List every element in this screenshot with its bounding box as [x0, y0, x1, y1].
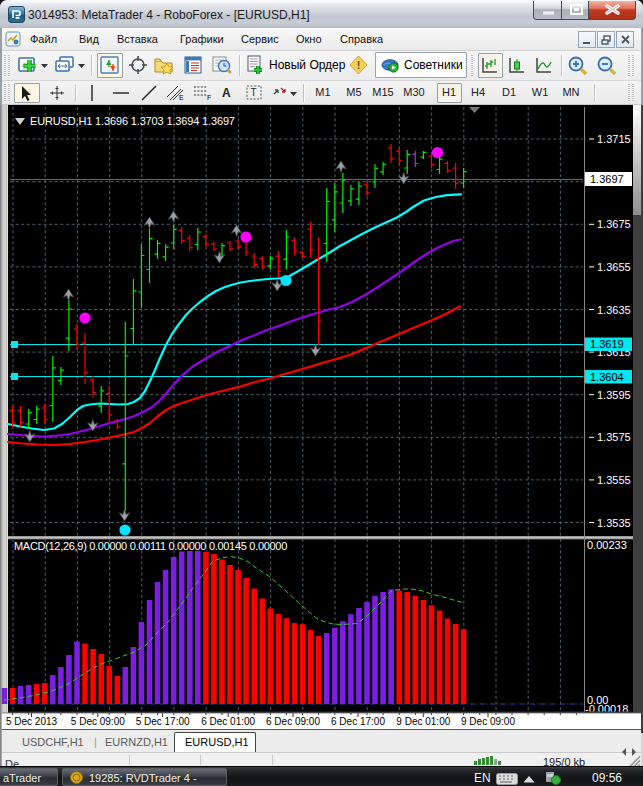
- svg-text:9 Dec 01:00: 9 Dec 01:00: [396, 716, 450, 727]
- svg-text:0.00233: 0.00233: [587, 539, 627, 551]
- svg-text:1.3535: 1.3535: [597, 517, 631, 529]
- svg-text:1.3655: 1.3655: [597, 261, 631, 273]
- svg-text:EURUSD,H1 1.3696 1.3703 1.369: EURUSD,H1 1.3696 1.3703 1.3694 1.3697: [30, 115, 235, 127]
- svg-text:1.3619: 1.3619: [590, 338, 624, 350]
- svg-text:1.3555: 1.3555: [597, 474, 631, 486]
- svg-text:1.3604: 1.3604: [590, 371, 624, 383]
- svg-text:9 Dec 09:00: 9 Dec 09:00: [461, 716, 515, 727]
- svg-text:1.3675: 1.3675: [597, 218, 631, 230]
- svg-text:1.3715: 1.3715: [597, 133, 631, 145]
- svg-text:5 Dec 09:00: 5 Dec 09:00: [71, 716, 125, 727]
- svg-text:1.3575: 1.3575: [597, 431, 631, 443]
- svg-text:6 Dec 09:00: 6 Dec 09:00: [266, 716, 320, 727]
- svg-text:1.3635: 1.3635: [597, 304, 631, 316]
- svg-text:5 Dec 2013: 5 Dec 2013: [6, 716, 58, 727]
- svg-text:5 Dec 17:00: 5 Dec 17:00: [136, 716, 190, 727]
- svg-text:1.3595: 1.3595: [597, 389, 631, 401]
- svg-text:MACD(12,26,9) 0.00000 0.00111: MACD(12,26,9) 0.00000 0.00111 0.00000 0.…: [14, 540, 287, 552]
- svg-text:6 Dec 17:00: 6 Dec 17:00: [331, 716, 385, 727]
- svg-text:6 Dec 01:00: 6 Dec 01:00: [201, 716, 255, 727]
- svg-text:1.3697: 1.3697: [590, 173, 624, 185]
